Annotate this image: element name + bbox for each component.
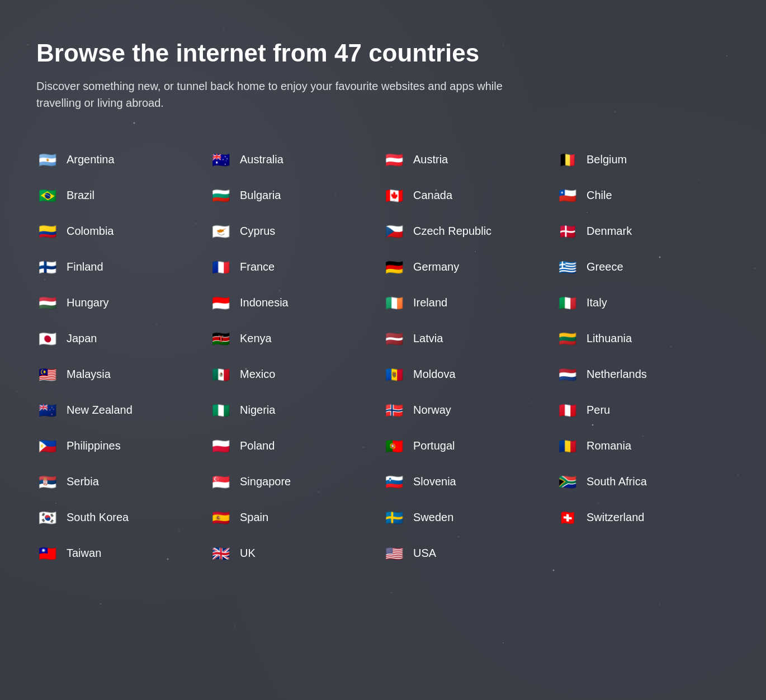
- country-item: 🇳🇬Nigeria: [210, 392, 383, 428]
- country-flag: 🇵🇪: [556, 403, 579, 418]
- country-item: 🇪🇸Spain: [210, 500, 383, 536]
- country-name: Moldova: [413, 368, 456, 381]
- country-name: Greece: [587, 261, 623, 273]
- country-name: Spain: [240, 511, 268, 524]
- country-flag: 🇸🇮: [383, 474, 405, 490]
- country-name: Nigeria: [240, 404, 275, 417]
- country-flag: 🇿🇦: [556, 474, 579, 490]
- country-item: 🇷🇴Romania: [556, 428, 730, 464]
- country-name: France: [240, 261, 275, 273]
- country-item: 🇨🇱Chile: [556, 178, 730, 214]
- country-item: 🇫🇮Finland: [36, 249, 210, 285]
- country-name: Kenya: [240, 332, 272, 345]
- country-flag: 🇯🇵: [36, 331, 59, 347]
- country-flag: 🇧🇬: [210, 188, 232, 204]
- country-name: Bulgaria: [240, 189, 281, 202]
- country-item: 🇸🇬Singapore: [210, 464, 383, 500]
- country-name: Cyprus: [240, 225, 275, 238]
- country-name: Denmark: [587, 225, 632, 238]
- country-name: New Zealand: [67, 404, 133, 417]
- country-name: Singapore: [240, 475, 291, 488]
- country-flag: 🇰🇷: [36, 510, 59, 526]
- country-flag: 🇨🇿: [383, 224, 405, 239]
- country-name: Peru: [587, 404, 610, 417]
- country-name: Chile: [587, 189, 612, 202]
- country-name: Argentina: [67, 153, 115, 166]
- country-flag: 🇩🇪: [383, 259, 405, 275]
- country-flag: 🇮🇩: [210, 295, 232, 311]
- country-flag: 🇮🇹: [556, 295, 579, 311]
- country-item: 🇧🇪Belgium: [556, 142, 730, 178]
- country-flag: 🇹🇼: [36, 546, 59, 561]
- country-name: Italy: [587, 296, 607, 309]
- country-name: Latvia: [413, 332, 443, 345]
- country-item: 🇩🇪Germany: [383, 249, 556, 285]
- country-name: Canada: [413, 189, 452, 202]
- country-item: 🇨🇿Czech Republic: [383, 214, 556, 249]
- country-flag: 🇵🇱: [210, 438, 232, 454]
- country-name: Serbia: [67, 475, 99, 488]
- country-flag: 🇲🇽: [210, 367, 232, 382]
- country-flag: 🇸🇪: [383, 510, 405, 526]
- country-item: 🇬🇷Greece: [556, 249, 730, 285]
- country-name: Indonesia: [240, 296, 289, 309]
- country-flag: 🇧🇷: [36, 188, 59, 204]
- country-flag: 🇲🇾: [36, 367, 59, 382]
- country-name: Slovenia: [413, 475, 456, 488]
- country-name: Romania: [587, 439, 631, 452]
- country-flag: 🇳🇴: [383, 403, 405, 418]
- country-flag: 🇵🇭: [36, 438, 59, 454]
- country-name: Belgium: [587, 153, 627, 166]
- country-item: 🇲🇩Moldova: [383, 357, 556, 392]
- country-flag: 🇳🇿: [36, 403, 59, 418]
- country-name: Czech Republic: [413, 225, 491, 238]
- country-item: 🇵🇹Portugal: [383, 428, 556, 464]
- country-item: 🇵🇪Peru: [556, 392, 730, 428]
- country-flag: 🇭🇺: [36, 295, 59, 311]
- country-item: 🇫🇷France: [210, 249, 383, 285]
- country-name: Brazil: [67, 189, 94, 202]
- country-item: 🇯🇵Japan: [36, 321, 210, 357]
- country-item: 🇺🇸USA: [383, 536, 556, 571]
- country-flag: 🇨🇦: [383, 188, 405, 204]
- country-name: Sweden: [413, 511, 453, 524]
- country-name: Portugal: [413, 439, 455, 452]
- country-name: Mexico: [240, 368, 275, 381]
- country-flag: 🇨🇭: [556, 510, 579, 526]
- country-item: 🇮🇪Ireland: [383, 285, 556, 321]
- country-item: 🇱🇻Latvia: [383, 321, 556, 357]
- country-flag: 🇦🇺: [210, 152, 232, 168]
- country-item: 🇦🇷Argentina: [36, 142, 210, 178]
- country-item: 🇦🇺Australia: [210, 142, 383, 178]
- country-flag: 🇳🇬: [210, 403, 232, 418]
- country-item: 🇷🇸Serbia: [36, 464, 210, 500]
- country-name: Malaysia: [67, 368, 111, 381]
- country-name: Ireland: [413, 296, 447, 309]
- country-name: Colombia: [67, 225, 114, 238]
- country-item: 🇩🇰Denmark: [556, 214, 730, 249]
- country-item: 🇧🇬Bulgaria: [210, 178, 383, 214]
- country-item: 🇭🇺Hungary: [36, 285, 210, 321]
- country-flag: 🇨🇾: [210, 224, 232, 239]
- country-flag: 🇬🇷: [556, 259, 579, 275]
- country-item: 🇧🇷Brazil: [36, 178, 210, 214]
- country-item: 🇵🇱Poland: [210, 428, 383, 464]
- country-item: 🇦🇹Austria: [383, 142, 556, 178]
- country-item: 🇳🇴Norway: [383, 392, 556, 428]
- country-name: Finland: [67, 261, 103, 273]
- country-item: 🇨🇴Colombia: [36, 214, 210, 249]
- country-item: 🇨🇦Canada: [383, 178, 556, 214]
- country-item: 🇬🇧UK: [210, 536, 383, 571]
- country-flag: 🇦🇷: [36, 152, 59, 168]
- country-item: 🇿🇦South Africa: [556, 464, 730, 500]
- country-item: 🇨🇭Switzerland: [556, 500, 730, 536]
- country-item: 🇮🇩Indonesia: [210, 285, 383, 321]
- country-flag: 🇦🇹: [383, 152, 405, 168]
- country-item: 🇳🇱Netherlands: [556, 357, 730, 392]
- country-name: UK: [240, 547, 256, 560]
- country-item: 🇲🇾Malaysia: [36, 357, 210, 392]
- country-flag: 🇺🇸: [383, 546, 405, 561]
- country-item: 🇸🇮Slovenia: [383, 464, 556, 500]
- country-flag: 🇸🇬: [210, 474, 232, 490]
- country-flag: 🇵🇹: [383, 438, 405, 454]
